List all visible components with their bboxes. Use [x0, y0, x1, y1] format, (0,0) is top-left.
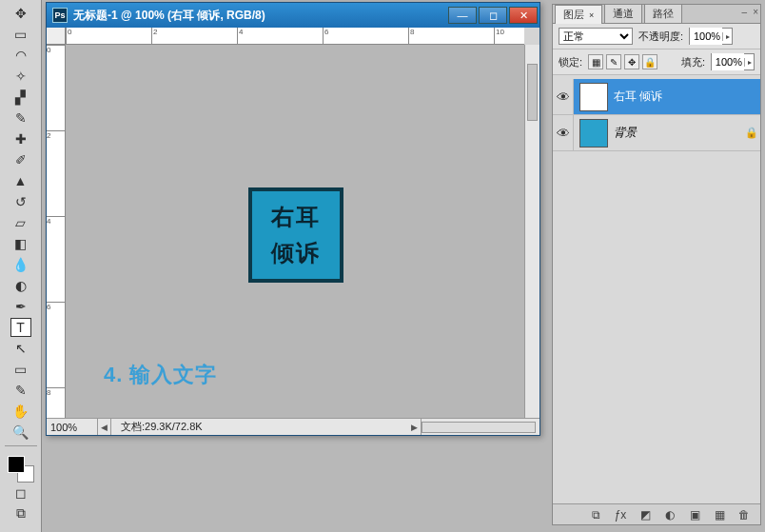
- ruler-vertical[interactable]: 02468: [47, 45, 66, 418]
- vertical-scrollbar[interactable]: [524, 45, 539, 418]
- layers-panel: 图层 × 通道 路径 – × 正常 不透明度: ▸ 锁定: ▦ ✎ ✥ 🔒 填充…: [552, 4, 761, 525]
- brush-tool[interactable]: ✐: [10, 150, 31, 169]
- color-swatches[interactable]: [8, 456, 34, 483]
- layer-name[interactable]: 右耳 倾诉: [614, 89, 743, 105]
- tab-layers-label: 图层: [563, 9, 584, 20]
- path-select-tool[interactable]: ↖: [10, 339, 31, 358]
- toolbox: ✥▭◠✧▞✎✚✐▲↺▱◧💧◐✒T↖▭✎✋🔍 ◻ ⧉: [0, 0, 42, 532]
- blend-mode-select[interactable]: 正常: [559, 28, 633, 45]
- panel-tabs: 图层 × 通道 路径 – ×: [553, 5, 760, 24]
- tab-channels[interactable]: 通道: [604, 4, 642, 23]
- ruler-tick: 6: [47, 302, 66, 311]
- minimize-button[interactable]: —: [448, 7, 477, 24]
- panel-footer: ⧉ ƒx ◩ ◐ ▣ ▦ 🗑: [553, 503, 760, 524]
- chevron-right-icon[interactable]: ▸: [722, 32, 732, 41]
- app-icon: Ps: [52, 8, 68, 23]
- zoom-tool[interactable]: 🔍: [10, 423, 31, 442]
- foreground-swatch[interactable]: [8, 456, 25, 473]
- ruler-tick: 2: [151, 28, 157, 45]
- move-tool[interactable]: ✥: [10, 4, 31, 23]
- ruler-tick: 0: [47, 45, 66, 54]
- wand-tool[interactable]: ✧: [10, 67, 31, 86]
- horizontal-scrollbar[interactable]: [422, 422, 536, 433]
- canvas[interactable]: 右耳 倾诉 4. 输入文字: [66, 45, 524, 418]
- fill-input[interactable]: [712, 53, 744, 70]
- visibility-eye-icon[interactable]: 👁: [553, 79, 574, 114]
- lock-transparency-icon[interactable]: ▦: [588, 54, 603, 69]
- screenmode-toggle[interactable]: ⧉: [10, 503, 31, 522]
- tab-layers[interactable]: 图层 ×: [555, 5, 602, 24]
- tab-paths[interactable]: 路径: [644, 4, 682, 23]
- adjustment-layer-icon[interactable]: ◐: [661, 507, 678, 522]
- document-window: Ps 无标题-1 @ 100% (右耳 倾诉, RGB/8) — ◻ ✕ 024…: [46, 2, 540, 436]
- marquee-tool[interactable]: ▭: [10, 25, 31, 44]
- layer-fx-icon[interactable]: ƒx: [612, 507, 629, 522]
- titlebar[interactable]: Ps 无标题-1 @ 100% (右耳 倾诉, RGB/8) — ◻ ✕: [47, 3, 539, 28]
- blur-tool[interactable]: 💧: [10, 255, 31, 274]
- ruler-tick: 6: [323, 28, 328, 45]
- stamp-tool[interactable]: ▲: [10, 171, 31, 190]
- layer-group-icon[interactable]: ▣: [686, 507, 703, 522]
- visibility-eye-icon[interactable]: 👁: [553, 115, 574, 150]
- layer-thumbnail[interactable]: [579, 119, 608, 148]
- close-button[interactable]: ✕: [509, 7, 538, 24]
- gradient-tool[interactable]: ◧: [10, 234, 31, 253]
- lock-all-icon[interactable]: 🔒: [642, 54, 657, 69]
- new-layer-icon[interactable]: ▦: [711, 507, 728, 522]
- fill-field[interactable]: ▸: [711, 53, 755, 70]
- lock-fill-row: 锁定: ▦ ✎ ✥ 🔒 填充: ▸: [553, 49, 760, 75]
- lock-icon[interactable]: 🔒: [743, 127, 760, 139]
- status-nav-right[interactable]: ▶: [408, 419, 422, 435]
- divider: [5, 445, 37, 446]
- hand-tool[interactable]: ✋: [10, 402, 31, 421]
- type-tool[interactable]: T: [10, 318, 31, 337]
- ruler-tick: 0: [66, 28, 71, 45]
- ruler-tick: 4: [47, 216, 66, 226]
- ruler-origin[interactable]: [47, 28, 66, 45]
- scrollbar-thumb[interactable]: [527, 64, 538, 121]
- document-title: 无标题-1 @ 100% (右耳 倾诉, RGB/8): [73, 8, 448, 24]
- close-icon[interactable]: ×: [589, 10, 594, 20]
- lock-label: 锁定:: [559, 55, 582, 69]
- ruler-tick: 2: [47, 130, 66, 140]
- layer-row[interactable]: 👁背景🔒: [553, 115, 760, 151]
- lasso-tool[interactable]: ◠: [10, 46, 31, 65]
- fill-label: 填充:: [681, 55, 705, 69]
- artwork-line2: 倾诉: [271, 238, 321, 268]
- delete-layer-icon[interactable]: 🗑: [736, 507, 753, 522]
- layer-list: 👁T右耳 倾诉👁背景🔒: [553, 75, 760, 155]
- history-brush-tool[interactable]: ↺: [10, 192, 31, 211]
- panel-minimize-icon[interactable]: –: [742, 7, 748, 17]
- panel-close-icon[interactable]: ×: [753, 7, 758, 17]
- artwork-box: 右耳 倾诉: [248, 187, 343, 283]
- shape-tool[interactable]: ▭: [10, 360, 31, 379]
- dodge-tool[interactable]: ◐: [10, 276, 31, 295]
- tutorial-caption: 4. 输入文字: [104, 361, 217, 389]
- type-layer-thumbnail[interactable]: T: [579, 83, 608, 111]
- maximize-button[interactable]: ◻: [479, 7, 507, 24]
- ruler-tick: 10: [494, 28, 504, 45]
- opacity-field[interactable]: ▸: [689, 28, 733, 45]
- opacity-input[interactable]: [690, 28, 722, 45]
- layer-row[interactable]: 👁T右耳 倾诉: [553, 79, 760, 115]
- pen-tool[interactable]: ✒: [10, 297, 31, 316]
- status-bar: 100% ◀ 文档:29.3K/72.8K ▶: [47, 418, 539, 435]
- crop-tool[interactable]: ▞: [10, 88, 31, 107]
- eyedropper-tool[interactable]: ✎: [10, 108, 31, 128]
- ruler-tick: 4: [237, 28, 243, 45]
- chevron-right-icon[interactable]: ▸: [744, 58, 754, 67]
- healing-tool[interactable]: ✚: [10, 129, 31, 148]
- status-nav-left[interactable]: ◀: [98, 419, 111, 435]
- quickmask-toggle[interactable]: ◻: [10, 483, 31, 502]
- layer-mask-icon[interactable]: ◩: [637, 507, 654, 522]
- eraser-tool[interactable]: ▱: [10, 213, 31, 232]
- lock-position-icon[interactable]: ✥: [624, 54, 639, 69]
- layer-name[interactable]: 背景: [614, 125, 743, 141]
- canvas-viewport[interactable]: 右耳 倾诉 4. 输入文字: [66, 45, 524, 418]
- zoom-field[interactable]: 100%: [47, 419, 98, 435]
- lock-pixels-icon[interactable]: ✎: [606, 54, 621, 69]
- notes-tool[interactable]: ✎: [10, 381, 31, 400]
- doc-info: 文档:29.3K/72.8K: [111, 420, 408, 434]
- link-layers-icon[interactable]: ⧉: [587, 507, 604, 522]
- ruler-horizontal[interactable]: 0246810: [66, 28, 524, 45]
